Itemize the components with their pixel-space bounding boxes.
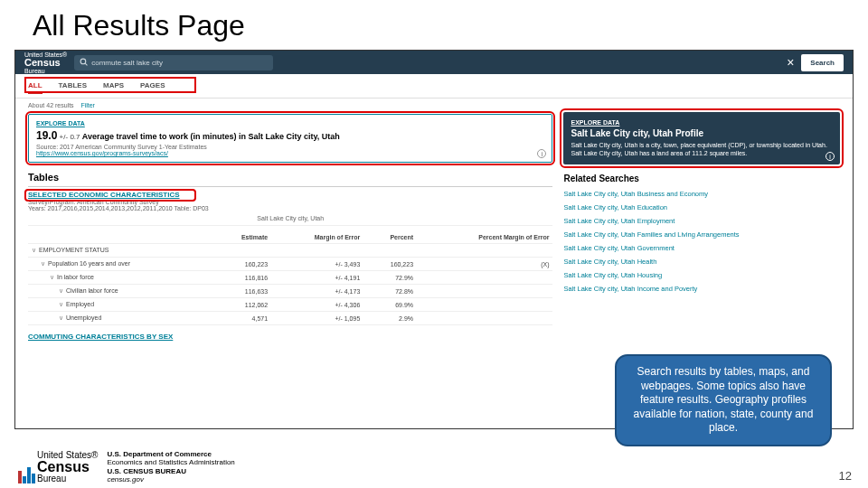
cell — [212, 244, 271, 258]
footer-line4: census.gov — [107, 475, 234, 484]
tab-all[interactable]: ALL — [28, 81, 42, 94]
search-input[interactable]: commute salt lake city — [74, 55, 273, 70]
cell — [417, 298, 552, 312]
logo-sub: Bureau — [24, 68, 67, 74]
logo-bars-icon — [18, 467, 35, 483]
tables-heading: Tables — [28, 172, 552, 183]
related-item[interactable]: Salt Lake City city, Utah Employment — [563, 214, 840, 228]
result-count: About 42 results — [28, 102, 74, 108]
related-heading: Related Searches — [563, 174, 840, 183]
filter-link[interactable]: Filter — [80, 102, 95, 108]
table-title-link[interactable]: SELECTED ECONOMIC CHARACTERISTICS — [28, 191, 180, 199]
profile-card[interactable]: EXPLORE DATA Salt Lake City city, Utah P… — [563, 112, 840, 164]
related-item[interactable]: Salt Lake City city, Utah Government — [563, 241, 840, 255]
table-row: ∨Employed112,062+/- 4,30669.9% — [28, 298, 552, 312]
table-years: Years: 2017,2016,2015,2014,2013,2012,201… — [28, 205, 552, 211]
row-label: ∨Unemployed — [28, 312, 212, 325]
row-label: ∨Population 16 years and over — [28, 258, 212, 271]
close-icon[interactable]: × — [787, 55, 794, 70]
cell: 160,223 — [212, 258, 271, 271]
footer-line1: U.S. Department of Commerce — [107, 450, 234, 459]
feature-result-card[interactable]: EXPLORE DATA 19.0 +/- 0.7 Average travel… — [28, 114, 552, 163]
related-item[interactable]: Salt Lake City city, Utah Housing — [563, 268, 840, 282]
col-label — [28, 231, 212, 244]
cell — [363, 244, 417, 258]
feature-moe: +/- 0.7 — [60, 133, 80, 141]
cell — [417, 271, 552, 285]
callout-bubble: Search results by tables, maps, and webp… — [615, 354, 832, 446]
profile-title: Salt Lake City city, Utah Profile — [571, 128, 833, 138]
page-number: 12 — [839, 469, 852, 483]
related-item[interactable]: Salt Lake City city, Utah Health — [563, 255, 840, 268]
footer-logo-main: Census — [37, 460, 98, 474]
tab-tables[interactable]: TABLES — [59, 81, 87, 94]
footer: United States® Census Bureau U.S. Depart… — [18, 450, 235, 484]
related-item[interactable]: Salt Lake City city, Utah Business and E… — [563, 187, 840, 201]
table-row: ∨Civilian labor force116,633+/- 4,17372.… — [28, 285, 552, 298]
row-label: ∨Employed — [28, 298, 212, 312]
table-row: ∨In labor force116,816+/- 4,19172.9% — [28, 271, 552, 285]
table-header-row: Estimate Margin of Error Percent Percent… — [28, 231, 552, 244]
cell: (X) — [417, 258, 552, 271]
col-percent: Percent — [363, 231, 417, 244]
cell: 72.8% — [363, 285, 417, 298]
col-pmoe: Percent Margin of Error — [417, 231, 552, 244]
cell — [417, 312, 552, 325]
cell — [417, 244, 552, 258]
row-label: ∨Civilian labor force — [28, 285, 212, 298]
data-table: Estimate Margin of Error Percent Percent… — [28, 231, 552, 325]
cell: 116,816 — [212, 271, 271, 285]
related-item[interactable]: Salt Lake City city, Utah Families and L… — [563, 228, 840, 241]
logo-main: Census — [24, 58, 67, 68]
search-value: commute salt lake city — [91, 59, 163, 67]
cell: 69.9% — [363, 298, 417, 312]
table-row: ∨Unemployed4,571+/- 1,0952.9% — [28, 312, 552, 325]
profile-desc: Salt Lake City city, Utah is a city, tow… — [571, 141, 833, 157]
explore-data-link[interactable]: EXPLORE DATA — [36, 120, 544, 127]
tabs: ALL TABLES MAPS PAGES — [15, 74, 853, 99]
footer-logo: United States® Census Bureau — [18, 451, 98, 483]
info-icon[interactable]: i — [826, 152, 835, 161]
cell: +/- 4,191 — [271, 271, 363, 285]
svg-point-0 — [80, 59, 86, 64]
cell: +/- 1,095 — [271, 312, 363, 325]
cell — [271, 244, 363, 258]
footer-logo-sub: Bureau — [37, 474, 98, 483]
cell: +/- 3,493 — [271, 258, 363, 271]
related-item[interactable]: Salt Lake City city, Utah Income and Pov… — [563, 282, 840, 296]
cell: 2.9% — [363, 312, 417, 325]
svg-line-1 — [85, 63, 87, 65]
row-label: ∨EMPLOYMENT STATUS — [28, 244, 212, 258]
feature-value: 19.0 — [36, 129, 57, 142]
footer-line2: Economics and Statistics Administration — [107, 458, 234, 467]
cell — [417, 285, 552, 298]
feature-url[interactable]: https://www.census.gov/programs-surveys/… — [36, 150, 544, 156]
tab-pages[interactable]: PAGES — [140, 81, 165, 94]
footer-dept: U.S. Department of Commerce Economics an… — [107, 450, 234, 484]
footer-line3: U.S. CENSUS BUREAU — [107, 467, 234, 476]
row-label: ∨In labor force — [28, 271, 212, 285]
next-table-link[interactable]: COMMUTING CHARACTERISTICS BY SEX — [28, 333, 552, 341]
table-card: SELECTED ECONOMIC CHARACTERISTICS Survey… — [28, 186, 552, 341]
related-list: Salt Lake City city, Utah Business and E… — [563, 187, 840, 296]
annotation-box — [560, 108, 844, 168]
cell: +/- 4,173 — [271, 285, 363, 298]
slide-title: All Results Page — [0, 0, 868, 50]
cell: +/- 4,306 — [271, 298, 363, 312]
explore-data-link[interactable]: EXPLORE DATA — [571, 119, 833, 126]
col-moe: Margin of Error — [271, 231, 363, 244]
tab-maps[interactable]: MAPS — [103, 81, 124, 94]
cell: 112,062 — [212, 298, 271, 312]
info-icon[interactable]: i — [537, 149, 546, 158]
cell: 160,223 — [363, 258, 417, 271]
search-button[interactable]: Search — [801, 54, 844, 71]
topbar: United States® Census Bureau commute sal… — [15, 51, 853, 74]
cell: 72.9% — [363, 271, 417, 285]
feature-title: Average travel time to work (in minutes)… — [82, 132, 340, 141]
search-icon — [80, 58, 88, 68]
table-program: Survey/Program: American Community Surve… — [28, 199, 552, 205]
table-row: ∨EMPLOYMENT STATUS — [28, 244, 552, 258]
col-estimate: Estimate — [212, 231, 271, 244]
related-item[interactable]: Salt Lake City city, Utah Education — [563, 201, 840, 214]
feature-source: Source: 2017 American Community Survey 1… — [36, 144, 544, 150]
